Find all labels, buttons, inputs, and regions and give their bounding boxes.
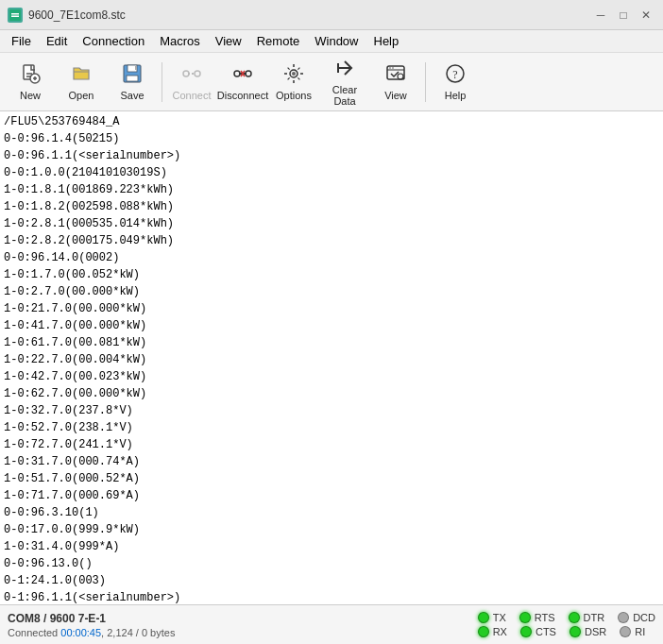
terminal-line: 0-0:96.14.0(0002) — [4, 249, 659, 266]
toolbar-options-label: Options — [276, 90, 312, 101]
indicator-tx: TX — [478, 612, 506, 623]
terminal-line: 1-0:21.7.0(00.000*kW) — [4, 300, 659, 317]
minimize-button[interactable]: ─ — [591, 6, 610, 25]
toolbar-separator — [425, 62, 426, 102]
open-icon — [70, 62, 93, 88]
toolbar-save-button[interactable]: Save — [108, 57, 157, 108]
close-button[interactable]: ✕ — [637, 6, 655, 25]
terminal-line: 0-0:96.3.10(1) — [4, 504, 659, 521]
terminal-line: 1-0:22.7.0(00.004*kW) — [4, 351, 659, 368]
toolbar-new-button[interactable]: New — [6, 57, 55, 108]
svg-rect-0 — [9, 9, 21, 21]
svg-rect-1 — [11, 13, 19, 15]
app-icon — [8, 8, 23, 23]
toolbar: New Open Save Connect Disconnect Options… — [0, 53, 663, 111]
clear-data-icon — [333, 57, 356, 82]
toolbar-options-button[interactable]: Options — [269, 57, 318, 108]
toolbar-view-label: View — [384, 90, 407, 101]
indicator-row-2: RXCTSDSRRI — [478, 626, 655, 637]
svg-point-14 — [195, 71, 200, 76]
connection-time: 00:00:45 — [60, 627, 101, 638]
status-port: COM8 / 9600 7-E-1 — [8, 612, 175, 625]
svg-point-20 — [292, 72, 296, 76]
window-title: 9600_7E1com8.stc — [28, 8, 126, 22]
menu-item-edit[interactable]: Edit — [39, 32, 75, 50]
dcd-label: DCD — [633, 612, 655, 623]
new-icon — [19, 62, 42, 88]
ri-label: RI — [635, 626, 645, 637]
terminal-line: 0-1:96.1.1(<serialnumber>) — [4, 589, 659, 604]
dsr-led — [570, 626, 581, 637]
rx-label: RX — [493, 626, 507, 637]
terminal-line: 1-0:62.7.0(00.000*kW) — [4, 385, 659, 402]
menu-item-remote[interactable]: Remote — [249, 32, 308, 50]
terminal-line: 0-0:17.0.0(999.9*kW) — [4, 521, 659, 538]
menu-item-connection[interactable]: Connection — [75, 32, 152, 50]
svg-point-26 — [398, 74, 403, 79]
toolbar-save-label: Save — [120, 90, 144, 101]
dtr-led — [569, 612, 580, 623]
view-icon — [384, 62, 407, 88]
dsr-label: DSR — [585, 626, 606, 637]
menu-item-window[interactable]: Window — [307, 32, 366, 50]
menu-item-macros[interactable]: Macros — [152, 32, 208, 50]
terminal-line: 1-0:32.7.0(237.8*V) — [4, 402, 659, 419]
terminal-line: 1-0:31.4.0(999*A) — [4, 538, 659, 555]
svg-rect-12 — [135, 66, 137, 70]
terminal-line: 1-0:51.7.0(000.52*A) — [4, 470, 659, 487]
rts-label: RTS — [535, 612, 555, 623]
maximize-button[interactable]: □ — [614, 6, 633, 25]
tx-led — [478, 612, 489, 623]
connection-bytes: 2,124 / 0 bytes — [107, 627, 175, 638]
indicator-rts: RTS — [519, 612, 555, 623]
cts-led — [520, 626, 532, 637]
menu-item-file[interactable]: File — [4, 32, 39, 50]
terminal-line: 0-1:24.1.0(003) — [4, 572, 659, 589]
svg-rect-11 — [127, 76, 138, 81]
ri-led — [620, 626, 631, 637]
svg-text:?: ? — [452, 68, 457, 81]
svg-point-25 — [392, 67, 394, 69]
dtr-label: DTR — [584, 612, 605, 623]
status-connection: Connected 00:00:45, 2,124 / 0 bytes — [8, 627, 175, 638]
terminal-line: 0-0:96.13.0() — [4, 555, 659, 572]
terminal-line: 0-0:96.1.4(50215) — [4, 130, 659, 147]
indicator-rx: RX — [478, 626, 507, 637]
toolbar-connect-label: Connect — [173, 90, 212, 101]
toolbar-help-button[interactable]: ? Help — [431, 57, 480, 108]
window-controls: ─ □ ✕ — [591, 6, 655, 25]
cts-label: CTS — [536, 626, 556, 637]
toolbar-disconnect-button[interactable]: Disconnect — [218, 57, 267, 108]
toolbar-separator — [162, 62, 162, 102]
status-bar: COM8 / 9600 7-E-1 Connected 00:00:45, 2,… — [0, 604, 663, 644]
terminal-line: 1-0:72.7.0(241.1*V) — [4, 436, 659, 453]
options-icon — [282, 62, 305, 88]
connect-icon — [180, 62, 203, 88]
indicator-row-1: TXRTSDTRDCD — [478, 612, 655, 623]
indicator-dsr: DSR — [570, 626, 606, 637]
terminal-line: 1-0:42.7.0(00.023*kW) — [4, 368, 659, 385]
menu-item-view[interactable]: View — [208, 32, 249, 50]
toolbar-disconnect-label: Disconnect — [217, 90, 268, 101]
status-indicators: TXRTSDTRDCDRXCTSDSRRI — [478, 612, 655, 637]
terminal-line: 1-0:1.8.1(001869.223*kWh) — [4, 181, 659, 198]
terminal-line: 0-0:1.0.0(210410103019S) — [4, 164, 659, 181]
title-bar: 9600_7E1com8.stc ─ □ ✕ — [0, 0, 663, 30]
terminal-line: 1-0:52.7.0(238.1*V) — [4, 419, 659, 436]
terminal-line: 1-0:61.7.0(00.081*kW) — [4, 334, 659, 351]
svg-point-24 — [389, 67, 391, 69]
terminal-content[interactable]: /FLU5\253769484_A0-0:96.1.4(50215)0-0:96… — [0, 111, 663, 604]
indicator-ri: RI — [620, 626, 645, 637]
toolbar-open-button[interactable]: Open — [57, 57, 106, 108]
terminal-line: 1-0:2.7.0(00.000*kW) — [4, 283, 659, 300]
indicator-dtr: DTR — [569, 612, 605, 623]
toolbar-help-label: Help — [445, 90, 467, 101]
menu-item-help[interactable]: Help — [366, 32, 407, 50]
tx-label: TX — [493, 612, 506, 623]
toolbar-view-button[interactable]: View — [371, 57, 420, 108]
title-bar-left: 9600_7E1com8.stc — [8, 8, 126, 23]
indicator-dcd: DCD — [618, 612, 655, 623]
terminal-line: 1-0:2.8.2(000175.049*kWh) — [4, 232, 659, 249]
save-icon — [121, 62, 144, 88]
toolbar-clear-data-button[interactable]: Clear Data — [320, 57, 369, 108]
